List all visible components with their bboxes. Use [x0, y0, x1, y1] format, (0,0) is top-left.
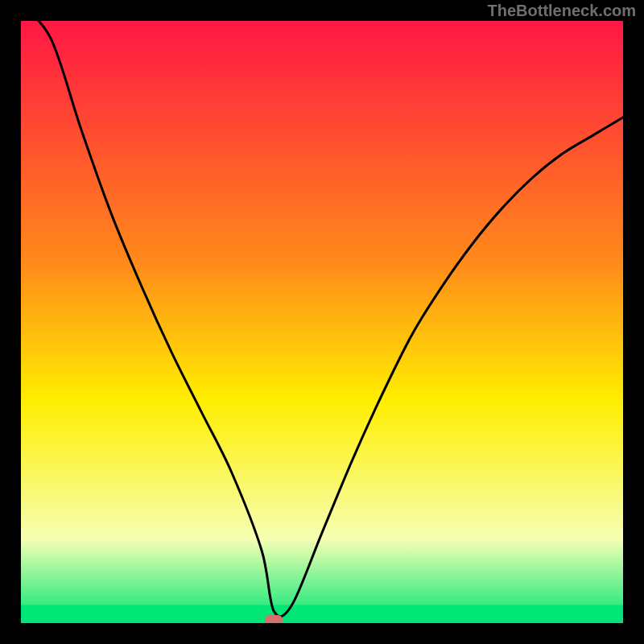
- green-band: [21, 605, 623, 623]
- plot-svg: [21, 21, 623, 623]
- optimum-marker: [265, 615, 283, 623]
- watermark-text: TheBottleneck.com: [488, 2, 636, 20]
- chart-container: TheBottleneck.com: [0, 0, 644, 644]
- plot-area: [21, 21, 623, 623]
